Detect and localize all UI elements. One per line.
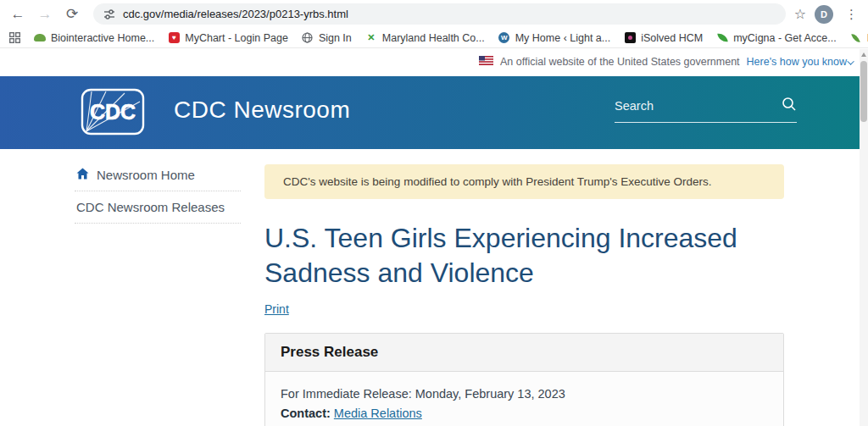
forward-icon[interactable]: →: [34, 3, 56, 25]
scrollbar-up-icon[interactable]: [861, 53, 866, 57]
page-content: An official website of the United States…: [0, 49, 860, 426]
apps-grid-icon[interactable]: [8, 32, 20, 44]
gov-banner: An official website of the United States…: [0, 49, 860, 76]
bookmarks-bar: Biointeractive Home... ♥ MyChart - Login…: [0, 28, 868, 48]
avatar[interactable]: D: [815, 5, 833, 24]
browser-menu-icon[interactable]: ⋮: [842, 7, 861, 22]
gov-banner-link[interactable]: Here's how you know: [747, 56, 854, 68]
contact-line: Contact: Media Relations: [281, 405, 768, 423]
alert-banner: CDC's website is being modified to compl…: [264, 164, 784, 199]
search-icon[interactable]: [782, 97, 797, 115]
gov-banner-text: An official website of the United States…: [500, 56, 740, 68]
bookmark-first-financial[interactable]: Home | First Financi...: [850, 32, 868, 44]
bookmark-mychart[interactable]: ♥ MyChart - Login Page: [168, 32, 288, 44]
reload-icon[interactable]: ⟳: [61, 3, 83, 25]
black-square-icon: [624, 32, 636, 44]
leaf-icon: [716, 32, 728, 44]
release-date-line: For Immediate Release: Monday, February …: [281, 385, 768, 403]
bookmark-sign-in[interactable]: Sign In: [302, 32, 352, 44]
sprout-icon: [850, 32, 862, 44]
scrollbar-track[interactable]: [860, 49, 868, 426]
media-relations-link[interactable]: Media Relations: [334, 407, 422, 420]
search-input[interactable]: [615, 99, 759, 113]
bookmark-my-home[interactable]: W My Home ‹ Light a...: [498, 32, 611, 44]
red-heart-icon: ♥: [168, 32, 180, 44]
search-box[interactable]: [615, 97, 797, 123]
bookmark-star-icon[interactable]: ☆: [794, 6, 806, 22]
url-bar[interactable]: cdc.gov/media/releases/2023/p0213-yrbs.h…: [93, 3, 786, 25]
home-icon: [76, 168, 89, 182]
main-column: CDC's website is being modified to compl…: [264, 149, 784, 426]
page-body: Newsroom Home CDC Newsroom Releases CDC'…: [0, 149, 860, 426]
site-header: CDC CDC Newsroom: [0, 76, 860, 149]
svg-text:CDC: CDC: [90, 100, 136, 124]
chevron-down-icon: [847, 58, 854, 64]
sidebar-item-newsroom-releases[interactable]: CDC Newsroom Releases: [75, 191, 241, 224]
sidebar: Newsroom Home CDC Newsroom Releases: [75, 159, 241, 224]
back-icon[interactable]: ←: [7, 3, 29, 25]
press-release-card: Press Release For Immediate Release: Mon…: [264, 333, 784, 426]
print-link[interactable]: Print: [264, 302, 289, 316]
page-title: U.S. Teen Girls Experiencing Increased S…: [264, 221, 784, 290]
browser-toolbar: ← → ⟳ cdc.gov/media/releases/2023/p0213-…: [0, 0, 868, 28]
green-mound-icon: [34, 32, 46, 44]
scrollbar-thumb[interactable]: [860, 61, 867, 122]
site-title[interactable]: CDC Newsroom: [174, 97, 350, 124]
wordpress-icon: W: [498, 32, 510, 44]
tune-icon[interactable]: [103, 8, 115, 20]
url-text: cdc.gov/media/releases/2023/p0213-yrbs.h…: [123, 8, 348, 20]
sidebar-item-newsroom-home[interactable]: Newsroom Home: [75, 159, 241, 191]
bookmark-mycigna[interactable]: myCigna - Get Acce...: [716, 32, 837, 44]
bookmark-biointeractive[interactable]: Biointeractive Home...: [34, 32, 154, 44]
us-flag-icon: [479, 56, 493, 68]
globe-icon: [302, 32, 314, 44]
press-release-heading: Press Release: [265, 334, 783, 372]
cdc-logo[interactable]: CDC: [81, 88, 145, 139]
bookmark-maryland-health[interactable]: ✕ Maryland Health Co...: [365, 32, 485, 44]
bookmark-isolved[interactable]: iSolved HCM: [624, 32, 703, 44]
green-x-icon: ✕: [365, 32, 377, 44]
contact-label: Contact:: [281, 407, 331, 420]
